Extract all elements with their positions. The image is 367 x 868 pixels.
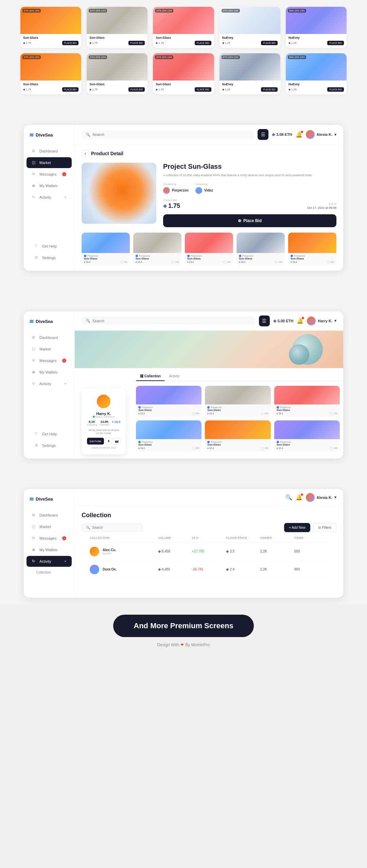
eth-icon-2: ◆ bbox=[273, 319, 276, 323]
filter-btn[interactable]: ⊟ Filters bbox=[313, 523, 336, 532]
menu-icon-btn[interactable]: ☰ bbox=[258, 129, 268, 140]
profile-avatar bbox=[96, 394, 111, 409]
chevron-down-icon-2: ▾ bbox=[65, 382, 66, 385]
nft-info: Sun-Glass ◆ 1.75 PLACE BID bbox=[153, 34, 214, 48]
notification-bell[interactable]: 🔔 bbox=[296, 131, 302, 138]
sidebar-item-dashboard[interactable]: ⊞ Dashboard bbox=[27, 146, 72, 157]
coll-nft-price-row: ♦ 16.4 ◯ 388 bbox=[277, 447, 337, 450]
nft-badge: 67% 20% 13% bbox=[155, 55, 173, 59]
sidebar-item-settings[interactable]: ⚙ Settings bbox=[29, 252, 69, 263]
sidebar-item-activity[interactable]: ↻ Activity ▾ bbox=[27, 192, 72, 203]
search-box-product[interactable]: 🔍 bbox=[82, 130, 254, 139]
dashboard-icon-3: ⊞ bbox=[32, 513, 37, 518]
sidebar-item-messages[interactable]: ✉ Messages • bbox=[27, 169, 72, 180]
nft-image: 67% 20% 13% bbox=[220, 7, 280, 34]
place-bid-btn[interactable]: PLACE BID bbox=[327, 87, 344, 92]
row-name-text-1: Alex Co. by Alex bbox=[103, 548, 116, 555]
small-nft-likes: ◯ 388 bbox=[327, 261, 334, 264]
related-nft-grid: Perperzon Sun-Glass ♦ 16.4 ◯ 388 Perperz… bbox=[82, 233, 336, 265]
place-bid-btn[interactable]: PLACE BID bbox=[261, 41, 278, 45]
sidebar2-wallets[interactable]: ◉ My Wallets bbox=[27, 367, 72, 378]
chevron-down-icon: ▾ bbox=[65, 196, 66, 199]
search-icon-3: 🔍 bbox=[86, 526, 90, 529]
search-input-product[interactable] bbox=[92, 132, 250, 137]
sidebar3-messages[interactable]: ✉ Messages • bbox=[27, 533, 72, 544]
sidebar-collection: ≋ DiveSea ⊞ Dashboard ◫ Market ✉ Message… bbox=[24, 489, 75, 598]
sidebar-nav-3: ⊞ Dashboard ◫ Market ✉ Messages • ◉ My bbox=[24, 509, 74, 591]
user-menu[interactable]: Alesia K. ▾ bbox=[306, 130, 336, 139]
user-menu-3[interactable]: Alesia K. ▾ bbox=[306, 493, 336, 502]
share-icon-btn[interactable]: ⬆ bbox=[105, 438, 112, 445]
nft-image: 67% 20% 13% bbox=[220, 53, 280, 80]
profile-content-area: Harry K. Online • Ethereum 8.1K Followin… bbox=[75, 368, 343, 458]
place-bid-btn[interactable]: PLACE BID bbox=[128, 41, 145, 45]
row-floor-2: ◆ 2.4 bbox=[226, 567, 260, 572]
sidebar3-dashboard[interactable]: ⊞ Dashboard bbox=[27, 510, 72, 521]
small-nft-price: ♦ 16.4 bbox=[84, 261, 90, 263]
main-content-product: 🔍 ☰ ◆ 3.08 ETH 🔔 Alesia K. ▾ bbox=[75, 125, 343, 271]
sidebar-item-wallets[interactable]: ◉ My Wallets bbox=[27, 180, 72, 191]
sidebar3-sub-collection[interactable]: Collection bbox=[27, 567, 72, 577]
table-row: Alex Co. by Alex ◆ 8,458 +27.785 ◆ bbox=[90, 543, 328, 561]
owned-by-label: Owned by bbox=[195, 183, 213, 186]
brand-name: DiveSea bbox=[36, 132, 53, 138]
coll-nft-likes: ◯ 388 bbox=[261, 447, 268, 450]
sidebar2-messages[interactable]: ✉ Messages • bbox=[27, 355, 72, 366]
profile-window-inner: ≋ DiveSea ⊞ Dashboard ◫ Market ✉ Message… bbox=[24, 311, 343, 458]
coll-nft-info: Perperzon Sun-Glass ♦ 16.4 ◯ 388 bbox=[274, 439, 340, 452]
collection-search-input[interactable] bbox=[92, 526, 135, 529]
place-bid-btn[interactable]: PLACE BID bbox=[128, 87, 145, 92]
owner-name: Videz bbox=[204, 188, 213, 192]
place-bid-btn[interactable]: PLACE BID bbox=[195, 87, 211, 92]
sidebar-item-market[interactable]: ◫ Market bbox=[27, 157, 72, 168]
user-menu-2[interactable]: Harry K. ▾ bbox=[307, 317, 336, 325]
owner-info: Videz bbox=[195, 187, 213, 194]
sidebar2-activity[interactable]: ↻ Activity ▾ bbox=[27, 378, 72, 389]
sort-icon-3: ↕ bbox=[199, 536, 201, 539]
back-button[interactable]: ‹ bbox=[82, 150, 89, 157]
place-bid-btn[interactable]: PLACE BID bbox=[62, 41, 79, 45]
sidebar2-dashboard[interactable]: ⊞ Dashboard bbox=[27, 332, 72, 343]
add-new-btn[interactable]: + Add New bbox=[284, 523, 310, 532]
place-bid-btn[interactable]: PLACE BID bbox=[62, 87, 79, 92]
notification-bell-2[interactable]: 🔔 bbox=[297, 318, 303, 324]
bottom-cta-section: And More Premium Screens Design With ❤ B… bbox=[0, 604, 367, 654]
place-bid-btn[interactable]: PLACE BID bbox=[261, 87, 278, 92]
notification-bell-4[interactable]: 🔔 bbox=[296, 494, 302, 501]
notification-bell-3[interactable]: 🔍 bbox=[285, 494, 292, 501]
brand-logo: ≋ DiveSea bbox=[24, 132, 74, 145]
coll-nft-likes: ◯ 388 bbox=[192, 447, 199, 450]
profile-collection-grid: Perperzon Sun-Glass ♦ 16.4 ◯ 388 Perperz… bbox=[133, 386, 343, 455]
row-24h-1: +27.785 bbox=[192, 549, 226, 553]
tab-collection[interactable]: 🖼 Collection bbox=[136, 372, 165, 381]
small-nft-price-row: ♦ 16.4 ◯ 388 bbox=[136, 261, 179, 264]
stat-followers: 14.0K Followers bbox=[100, 420, 110, 426]
verified-dot bbox=[291, 255, 293, 257]
edit-profile-btn[interactable]: Edit Profile bbox=[87, 438, 104, 445]
small-nft-card: Perperzon Sun-Glass ♦ 16.4 ◯ 388 bbox=[288, 233, 336, 265]
sidebar2-help[interactable]: ? Get Help bbox=[29, 429, 69, 439]
place-bid-btn[interactable]: PLACE BID bbox=[327, 41, 344, 45]
sidebar-item-help[interactable]: ? Get Help bbox=[29, 241, 69, 252]
sidebar3-wallets[interactable]: ◉ My Wallets bbox=[27, 544, 72, 555]
sidebar2-settings[interactable]: ⚙ Settings bbox=[29, 440, 69, 451]
place-bid-btn[interactable]: PLACE BID bbox=[195, 41, 211, 45]
nft-price: ◆ 1.75 bbox=[23, 41, 31, 44]
search-box-profile[interactable]: 🔍 bbox=[82, 317, 256, 325]
menu-btn-2[interactable]: ☰ bbox=[259, 315, 270, 326]
nft-price-row: ◆ 1.75 PLACE BID bbox=[23, 87, 78, 92]
tab-activity[interactable]: Activity bbox=[165, 372, 184, 381]
sidebar2-market[interactable]: ◫ Market bbox=[27, 344, 72, 355]
sidebar3-market[interactable]: ◫ Market bbox=[27, 521, 72, 532]
sidebar3-activity[interactable]: ↻ Activity ▾ bbox=[27, 556, 72, 567]
place-bid-button[interactable]: ⊕ Place Bid bbox=[163, 214, 336, 227]
collection-search[interactable]: 🔍 bbox=[82, 523, 143, 532]
coll-nft-name: Sun-Glass bbox=[277, 443, 337, 446]
nft-badge: 67% 20% 13% bbox=[155, 9, 173, 13]
instagram-icon-btn[interactable]: 📷 bbox=[113, 438, 120, 445]
coll-nft-image bbox=[136, 386, 202, 404]
small-nft-image bbox=[82, 233, 130, 253]
search-input-profile[interactable] bbox=[92, 319, 251, 323]
messages-badge-2: • bbox=[62, 359, 66, 363]
coll-nft-image bbox=[136, 420, 202, 439]
